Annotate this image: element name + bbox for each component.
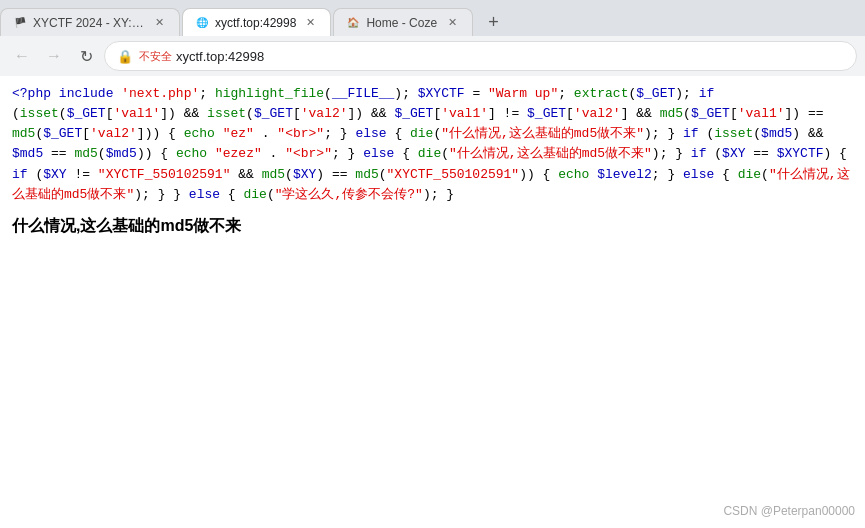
security-icon: 🔒: [117, 49, 133, 64]
browser-chrome: 🏴 XYCTF 2024 - XY::CTF ✕ 🌐 xyctf.top:429…: [0, 0, 865, 76]
code-line-extract: extract($_GET);: [574, 86, 691, 101]
code-line-die2: die("什么情况,这么基础的md5做不来");: [418, 146, 668, 161]
reload-button[interactable]: ↻: [72, 42, 100, 70]
php-code-block: <?php include 'next.php'; highlight_file…: [12, 84, 853, 205]
code-line-include: include 'next.php';: [59, 86, 207, 101]
address-bar[interactable]: 🔒 不安全 xyctf.top:42998: [104, 41, 857, 71]
code-line-echo3: echo $level2;: [558, 167, 659, 182]
tab-1[interactable]: 🏴 XYCTF 2024 - XY::CTF ✕: [0, 8, 180, 36]
tab2-favicon: 🌐: [195, 16, 209, 30]
code-line-if4: if ($XY != "XYCTF_550102591" && md5($XY)…: [12, 167, 550, 182]
forward-button[interactable]: →: [40, 42, 68, 70]
tab2-title: xyctf.top:42998: [215, 16, 296, 30]
page-content: <?php include 'next.php'; highlight_file…: [0, 76, 865, 528]
code-line-highlight: highlight_file(__FILE__);: [215, 86, 410, 101]
tab-3[interactable]: 🏠 Home - Coze ✕: [333, 8, 473, 36]
tab2-close[interactable]: ✕: [302, 15, 318, 31]
code-line-echo1: echo "ez" . "<br>";: [184, 126, 332, 141]
back-button[interactable]: ←: [8, 42, 36, 70]
code-line-echo2: echo "ezez" . "<br>";: [176, 146, 340, 161]
tab1-title: XYCTF 2024 - XY::CTF: [33, 16, 145, 30]
code-line-if3: if ($XY == $XYCTF) {: [691, 146, 847, 161]
url-text: xyctf.top:42998: [176, 49, 844, 64]
security-warning-label: 不安全: [139, 49, 172, 64]
tab1-favicon: 🏴: [13, 16, 27, 30]
output-message: 什么情况,这么基础的md5做不来: [12, 213, 853, 239]
tab1-close[interactable]: ✕: [151, 15, 167, 31]
nav-bar: ← → ↻ 🔒 不安全 xyctf.top:42998: [0, 36, 865, 76]
tab3-title: Home - Coze: [366, 16, 438, 30]
code-line-xyctf: $XYCTF = "Warm up";: [418, 86, 566, 101]
new-tab-button[interactable]: +: [479, 8, 507, 36]
tab3-close[interactable]: ✕: [444, 15, 460, 31]
tab3-favicon: 🏠: [346, 16, 360, 30]
tab-2[interactable]: 🌐 xyctf.top:42998 ✕: [182, 8, 331, 36]
tab-bar: 🏴 XYCTF 2024 - XY::CTF ✕ 🌐 xyctf.top:429…: [0, 0, 865, 36]
watermark: CSDN @Peterpan00000: [723, 504, 855, 518]
code-line-die1: die("什么情况,这么基础的md5做不来");: [410, 126, 660, 141]
code-line-die4: die("学这么久,传参不会传?");: [243, 187, 438, 202]
